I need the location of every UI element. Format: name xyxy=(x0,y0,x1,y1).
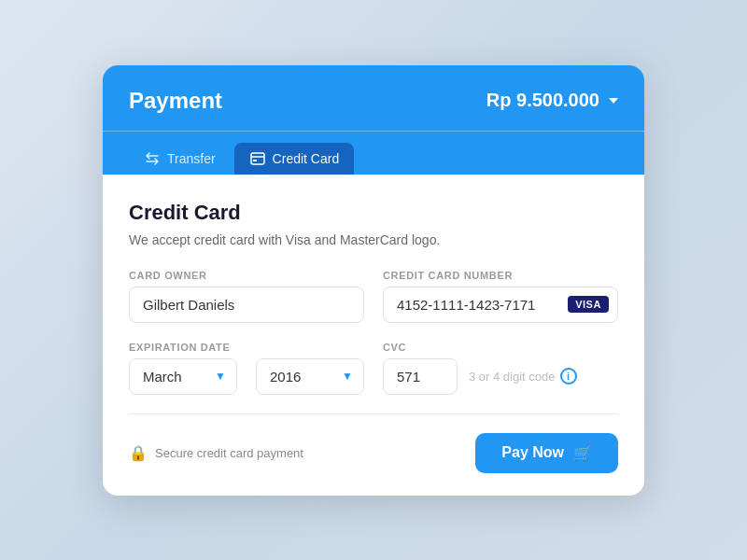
payment-card: Payment Rp 9.500.000 Transfer xyxy=(103,65,644,496)
card-owner-label: CARD OWNER xyxy=(129,270,364,281)
payment-footer: 🔒 Secure credit card payment Pay Now 🛒 xyxy=(129,433,618,473)
pay-now-button[interactable]: Pay Now 🛒 xyxy=(475,433,618,473)
cvc-label: CVC xyxy=(383,342,618,353)
payment-header: Payment Rp 9.500.000 Transfer xyxy=(103,65,644,175)
payment-body: Credit Card We accept credit card with V… xyxy=(103,175,644,496)
card-owner-group: CARD OWNER xyxy=(129,270,364,323)
expiry-label: EXPIRATION DATE xyxy=(129,342,364,353)
cvc-group: CVC 3 or 4 digit code i xyxy=(383,342,618,395)
tab-credit-card[interactable]: Credit Card xyxy=(234,143,355,175)
visa-badge: VISA xyxy=(568,296,609,313)
header-top: Payment Rp 9.500.000 xyxy=(129,88,618,114)
expiry-group: EXPIRATION DATE January February March A… xyxy=(129,342,364,395)
tab-transfer[interactable]: Transfer xyxy=(129,143,231,175)
payment-tabs: Transfer Credit Card xyxy=(129,132,618,175)
expiry-year-select[interactable]: 2015 2016 2017 2018 2019 2020 xyxy=(256,358,364,395)
card-owner-input[interactable] xyxy=(129,287,364,323)
payment-title: Payment xyxy=(129,88,222,114)
expiry-month-select[interactable]: January February March April May June Ju… xyxy=(129,358,237,395)
form-row-expiry-cvc: EXPIRATION DATE January February March A… xyxy=(129,342,618,395)
cvc-info-icon[interactable]: i xyxy=(560,368,577,385)
expiry-selects: January February March April May June Ju… xyxy=(129,358,364,395)
expiry-year-wrapper: 2015 2016 2017 2018 2019 2020 ▼ xyxy=(256,358,364,395)
header-amount[interactable]: Rp 9.500.000 xyxy=(486,90,618,111)
lock-icon: 🔒 xyxy=(129,444,148,462)
card-number-input-wrapper: VISA xyxy=(383,287,618,323)
tab-transfer-label: Transfer xyxy=(167,151,216,166)
cart-icon: 🛒 xyxy=(573,444,592,462)
credit-card-desc: We accept credit card with Visa and Mast… xyxy=(129,232,618,247)
cvc-input[interactable] xyxy=(383,358,458,395)
card-number-label: CREDIT CARD NUMBER xyxy=(383,270,618,281)
card-number-group: CREDIT CARD NUMBER VISA xyxy=(383,270,618,323)
secure-label: 🔒 Secure credit card payment xyxy=(129,444,303,462)
tab-credit-card-label: Credit Card xyxy=(273,151,340,166)
cvc-row: 3 or 4 digit code i xyxy=(383,358,618,395)
credit-card-tab-icon xyxy=(249,150,266,167)
secure-label-text: Secure credit card payment xyxy=(155,446,303,460)
amount-dropdown-icon xyxy=(609,98,618,104)
expiry-month-wrapper: January February March April May June Ju… xyxy=(129,358,237,395)
transfer-icon xyxy=(144,150,161,167)
footer-divider xyxy=(129,413,618,414)
svg-rect-0 xyxy=(251,153,264,164)
form-row-owner-number: CARD OWNER CREDIT CARD NUMBER VISA xyxy=(129,270,618,323)
svg-rect-1 xyxy=(253,160,257,161)
credit-card-title: Credit Card xyxy=(129,201,618,225)
cvc-hint: 3 or 4 digit code i xyxy=(469,368,577,385)
